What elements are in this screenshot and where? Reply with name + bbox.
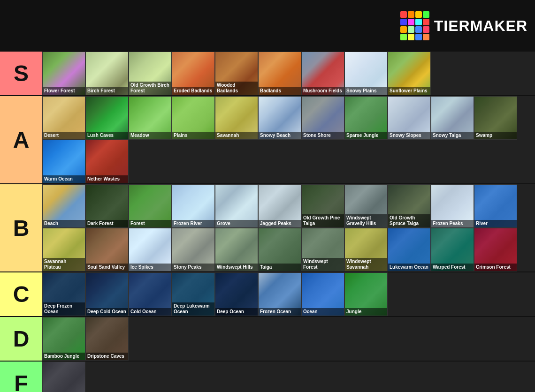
biome-card[interactable]: Frozen River [172,184,215,228]
biome-card[interactable]: Ice Spikes [129,228,172,271]
biome-card[interactable]: Dark Forest [85,184,129,228]
tier-items-S: Flower ForestBirch ForestOld Growth Birc… [42,52,535,95]
biome-card[interactable]: Snowy Slopes [388,96,431,140]
biome-card[interactable]: Eroded Badlands [172,52,215,95]
biome-card[interactable]: Savannah [215,96,258,140]
biome-card[interactable]: Meadow [129,96,172,140]
biome-name: Stone Shore [302,132,344,139]
biome-name: Taiga [259,264,301,271]
biome-card[interactable]: Warped Forest [431,228,474,271]
biome-name: Snowy Taiga [431,132,474,139]
biome-card[interactable]: Deep Cold Ocean [85,272,129,316]
biome-card[interactable]: Savannah Plateau [42,228,85,271]
biome-name: Old Growth Spruce Taiga [388,214,430,227]
biome-card[interactable]: Lukewarm Ocean [388,228,431,271]
biome-card[interactable]: Jagged Peaks [258,184,301,228]
biome-card[interactable]: Windswept Forest [301,228,344,271]
biome-card[interactable]: River [474,184,517,228]
biome-card[interactable]: Snowy Taiga [431,96,474,140]
biome-card[interactable]: Windswept Savannah [344,228,388,271]
biome-card[interactable]: Grove [215,184,258,228]
biome-card[interactable]: Frozen Peaks [431,184,474,228]
biome-name: Crimson Forest [474,264,517,271]
biome-card[interactable]: Lush Caves [85,96,129,140]
biome-card[interactable]: Snowy Plains [344,52,388,95]
biome-card[interactable]: Stony Peaks [172,228,215,271]
biome-name: Soul Sand Valley [86,264,128,271]
biome-card[interactable]: Deep Lukewarm Ocean [172,272,215,316]
biome-card[interactable]: Crimson Forest [474,228,517,271]
biome-card[interactable]: Forest [129,184,172,228]
biome-name: Warped Forest [431,264,474,271]
logo-cell [408,34,414,40]
biome-card[interactable]: Warm Ocean [42,140,85,183]
biome-name: Windswept Forest [302,258,344,271]
biome-card[interactable]: Cold Ocean [129,272,172,316]
logo-cell [400,34,407,40]
logo-cell [408,19,414,25]
biome-name: Desert [43,132,85,139]
biome-card[interactable]: Frozen Ocean [258,272,301,316]
biome-name: Forest [129,220,171,227]
biome-card[interactable]: Swamp [474,96,517,140]
biome-name: Deep Cold Ocean [86,308,128,316]
logo-cell [415,19,422,25]
tier-row-C: CDeep Frozen OceanDeep Cold OceanCold Oc… [0,272,535,317]
biome-card[interactable]: Snowy Beach [258,96,301,140]
tier-label-A: A [0,96,42,183]
biome-card[interactable]: Sunflower Plains [388,52,431,95]
biome-card[interactable]: Badlands [258,52,301,95]
biome-card[interactable]: Flower Forest [42,52,85,95]
biome-card[interactable]: Bamboo Jungle [42,317,85,361]
logo-cell [400,26,407,33]
biome-name: Badlands [259,87,301,95]
biome-card[interactable]: Deep Frozen Ocean [42,272,85,316]
biome-card[interactable]: Old Growth Birch Forest [129,52,172,95]
biome-name: Cold Ocean [129,308,171,316]
biome-card[interactable]: Basalt Delta [42,362,85,392]
biome-card[interactable]: Deep Ocean [215,272,258,316]
biome-name: Snowy Beach [259,132,301,139]
biome-card[interactable]: Old Growth Spruce Taiga [388,184,431,228]
biome-card[interactable]: Jungle [344,272,388,316]
biome-card[interactable]: Birch Forest [85,52,129,95]
biome-name: Deep Ocean [215,308,258,316]
biome-name: Eroded Badlands [172,87,214,95]
biome-card[interactable]: Windswept Hills [215,228,258,271]
biome-name: Snowy Slopes [388,132,430,139]
tier-row-A: ADesertLush CavesMeadowPlainsSavannahSno… [0,96,535,184]
biome-name: Windswept Hills [215,264,258,271]
biome-card[interactable]: Nether Wastes [85,140,129,183]
tier-label-F: F [0,362,42,392]
biome-card[interactable]: Ocean [301,272,344,316]
biome-card[interactable]: Beach [42,184,85,228]
biome-card[interactable]: Stone Shore [301,96,344,140]
biome-name: Meadow [129,132,171,139]
biome-card[interactable]: Dripstone Caves [85,317,129,361]
biome-card[interactable]: Plains [172,96,215,140]
biome-name: Snowy Plains [345,87,387,95]
logo-cell [423,34,429,40]
biome-name: Frozen Peaks [431,220,474,227]
logo-cell [415,34,422,40]
biome-name: Wooded Badlands [215,82,258,95]
biome-name: Deep Frozen Ocean [43,302,85,316]
biome-card[interactable]: Mushroom Fields [301,52,344,95]
header: TIERMAKER [0,0,535,52]
tiermaker-logo: TIERMAKER [400,11,527,40]
biome-card[interactable]: Wooded Badlands [215,52,258,95]
biome-card[interactable]: Desert [42,96,85,140]
tier-items-F: Basalt Delta [42,362,535,392]
tier-row-S: SFlower ForestBirch ForestOld Growth Bir… [0,52,535,96]
biome-card[interactable]: Windswept Gravelly Hills [344,184,388,228]
logo-cell [400,19,407,25]
logo-cell [400,11,407,18]
biome-name: Bamboo Jungle [43,353,85,360]
tier-row-D: DBamboo JungleDripstone Caves [0,317,535,362]
biome-name: Flower Forest [43,87,85,95]
biome-card[interactable]: Soul Sand Valley [85,228,129,271]
biome-card[interactable]: Sparse Jungle [344,96,388,140]
biome-name: Dark Forest [86,220,128,227]
biome-card[interactable]: Taiga [258,228,301,271]
biome-card[interactable]: Old Growth Pine Taiga [301,184,344,228]
